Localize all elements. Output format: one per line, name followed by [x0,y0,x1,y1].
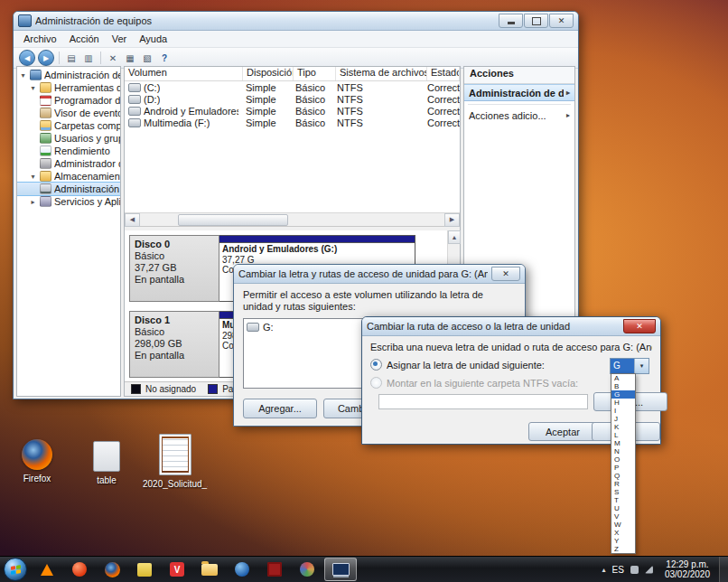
menu-archivo[interactable]: Archivo [17,33,63,45]
dropdown-option[interactable]: T [611,496,635,504]
volume-row[interactable]: Android y Emuladores (G:) Simple Básico … [125,105,460,117]
dropdown-option[interactable]: B [611,382,635,390]
dropdown-option[interactable]: W [611,521,635,529]
taskbar-app-explorer[interactable] [194,559,225,580]
scrollbar-thumb[interactable] [178,214,288,226]
taskbar-clock[interactable]: 12:29 p.m. 03/02/2020 [659,559,715,579]
language-indicator[interactable]: ES [612,565,624,575]
delete-icon[interactable] [106,51,120,65]
show-desktop-button[interactable] [719,557,728,582]
desktop-icon-table[interactable]: table [74,441,139,485]
taskbar-app-computer-management[interactable] [324,558,357,581]
collapse-arrow-icon[interactable] [29,198,37,206]
radio-disabled-icon[interactable] [370,377,382,389]
actions-item-disk-management[interactable]: Administración de di... [464,84,574,101]
tree-item-servicios-aplicaciones[interactable]: Servicios y Aplicacion [17,195,120,208]
mount-path-input[interactable] [378,394,588,409]
tree-item-herramientas-sistema[interactable]: Herramientas del siste [17,81,120,94]
expand-arrow-icon[interactable] [19,71,27,80]
scroll-right-icon[interactable]: ▶ [444,213,460,227]
taskbar-app-vlc[interactable] [32,559,62,580]
tree-item-visor-eventos[interactable]: Visor de eventos [17,107,120,119]
expand-arrow-icon[interactable] [29,173,37,181]
export-list-icon[interactable] [81,51,96,65]
dropdown-option[interactable]: H [611,399,635,407]
chevron-down-icon[interactable] [634,359,649,373]
menu-ver[interactable]: Ver [106,33,134,45]
dropdown-option[interactable]: Y [611,537,635,545]
dropdown-option[interactable]: S [611,488,635,496]
menu-ayuda[interactable]: Ayuda [133,33,173,45]
dropdown-option[interactable]: P [611,464,635,472]
volume-row[interactable]: (D:) Simple Básico NTFS Correcto (Unida [125,93,460,105]
volume-icon[interactable] [630,566,639,574]
show-hidden-icons-icon[interactable] [602,566,606,574]
dropdown-option[interactable]: A [611,374,635,382]
taskbar-app-adobe[interactable] [259,559,290,580]
disk-1-header[interactable]: Disco 1 Básico 298,09 GB En pantalla [129,311,219,378]
taskbar-app-paint[interactable] [292,559,322,580]
tree-item-administrador-dispositivos[interactable]: Administrador de [17,157,120,170]
disk-0-header[interactable]: Disco 0 Básico 37,27 GB En pantalla [129,235,219,302]
start-button[interactable] [0,557,31,582]
dropdown-option[interactable]: V [611,512,635,521]
close-button[interactable] [549,14,574,28]
back-icon[interactable]: ◀ [19,50,35,66]
network-icon[interactable] [645,566,653,574]
close-button[interactable] [623,319,656,333]
taskbar-app-browser[interactable] [64,559,95,580]
tree-item-administracion-equipo[interactable]: Administración del equi [17,69,120,81]
tree-item-usuarios-grupos[interactable]: Usuarios y grupos l [17,132,120,145]
dropdown-option[interactable]: U [611,504,635,512]
radio-selected-icon[interactable] [370,359,382,371]
actions-item-additional[interactable]: Acciones adicio... [464,108,574,123]
dialog-title-bar[interactable]: Cambiar la ruta de acceso o la letra de … [362,317,660,336]
volume-row[interactable]: Multimedia (F:) Simple Básico NTFS Corre… [125,117,460,128]
dropdown-option[interactable]: Q [611,472,635,480]
column-header-tipo[interactable]: Tipo [294,67,336,80]
expand-arrow-icon[interactable] [29,84,37,92]
column-header-volumen[interactable]: Volumen [125,67,243,80]
tree-item-almacenamiento[interactable]: Almacenamiento [17,170,120,183]
volume-row[interactable]: (C:) Simple Básico NTFS Correcto (Sistem [125,81,460,93]
desktop-icon-firefox[interactable]: Firefox [5,439,70,483]
tree-item-carpetas-compartidas[interactable]: Carpetas comparti [17,119,120,132]
tree-item-programador-tareas[interactable]: Programador de ta [17,94,120,107]
menu-accion[interactable]: Acción [63,33,106,45]
dropdown-option[interactable]: Z [611,545,635,553]
dropdown-option[interactable]: X [611,529,635,537]
tree-item-rendimiento[interactable]: Rendimiento [17,145,120,157]
taskbar-app-vivaldi[interactable] [162,559,192,580]
dropdown-option[interactable]: N [611,447,635,455]
column-header-disposicion[interactable]: Disposición [243,67,294,80]
title-bar[interactable]: Administración de equipos [14,12,578,31]
add-button[interactable]: Agregar... [243,399,317,418]
taskbar-app-blue[interactable] [227,559,257,580]
minimize-button[interactable] [499,14,523,28]
drive-letter-combobox[interactable]: G [610,358,649,374]
restore-button[interactable] [524,14,548,28]
show-console-tree-icon[interactable] [64,51,79,65]
desktop-icon-solicitud[interactable]: 2020_Solicitud_... [143,434,208,489]
taskbar-app-firefox[interactable] [97,559,127,580]
tree-item-administracion-discos[interactable]: Administración de [17,183,120,195]
dropdown-option[interactable]: K [611,423,635,431]
dropdown-option[interactable]: R [611,480,635,488]
dropdown-option[interactable]: L [611,431,635,439]
dialog-title-bar[interactable]: Cambiar la letra y rutas de acceso de un… [234,265,525,284]
scroll-up-icon[interactable]: ▲ [448,230,461,244]
dropdown-option[interactable]: I [611,407,635,415]
assign-letter-option[interactable]: Asignar la letra de unidad siguiente: [370,359,545,371]
column-header-estado[interactable]: Estado [427,67,460,80]
taskbar-app-notes[interactable] [129,559,160,580]
dropdown-option[interactable]: M [611,439,635,447]
scroll-left-icon[interactable]: ◀ [125,213,140,227]
accept-button[interactable]: Aceptar [528,422,597,441]
close-button[interactable] [491,267,520,281]
horizontal-scrollbar[interactable]: ◀ ▶ [125,212,460,226]
help-icon[interactable] [157,51,172,65]
dropdown-option[interactable]: O [611,455,635,464]
mount-folder-option[interactable]: Montar en la siguiente carpeta NTFS vací… [370,377,578,389]
dropdown-option-selected[interactable]: G [611,390,635,399]
dropdown-option[interactable]: J [611,415,635,423]
